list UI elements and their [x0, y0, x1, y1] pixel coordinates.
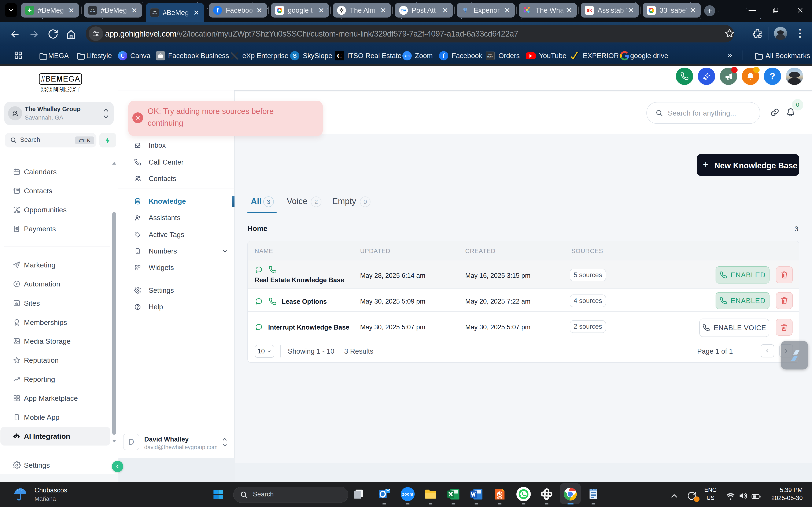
svg-text:PDF: PDF	[498, 497, 502, 499]
